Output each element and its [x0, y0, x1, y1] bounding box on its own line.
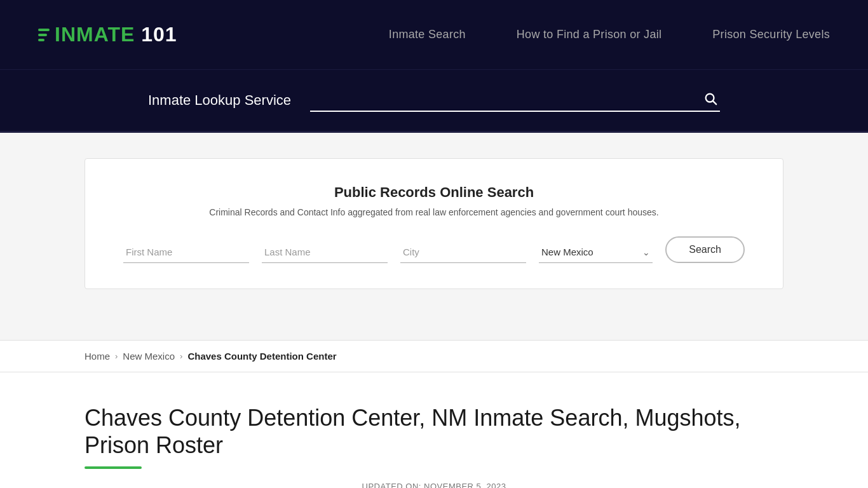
header-search-button[interactable]: [701, 89, 720, 112]
last-name-field: [262, 241, 388, 263]
title-underline: [85, 466, 142, 469]
svg-line-1: [713, 101, 716, 104]
nav-link-find-prison[interactable]: How to Find a Prison or Jail: [517, 28, 662, 41]
logo-bar-2: [38, 34, 47, 36]
city-input[interactable]: [400, 241, 526, 263]
chevron-right-icon-2: ›: [180, 351, 182, 361]
breadcrumb-current: Chaves County Detention Center: [187, 351, 336, 362]
nav-links: Inmate Search How to Find a Prison or Ja…: [389, 28, 830, 41]
main-content: Public Records Online Search Criminal Re…: [0, 133, 868, 340]
records-search-form: AlabamaAlaskaArizonaArkansasCaliforniaCo…: [123, 236, 745, 263]
nav-item-security-levels: Prison Security Levels: [712, 28, 830, 41]
state-select-wrap: AlabamaAlaskaArizonaArkansasCaliforniaCo…: [539, 241, 653, 263]
state-select[interactable]: AlabamaAlaskaArizonaArkansasCaliforniaCo…: [539, 241, 653, 263]
search-section-label: Inmate Lookup Service: [148, 92, 291, 109]
logo-text: INMATE 101: [55, 23, 177, 46]
breadcrumb-state[interactable]: New Mexico: [123, 351, 175, 362]
logo-bar-1: [38, 29, 50, 31]
page-title-wrap: Chaves County Detention Center, NM Inmat…: [85, 404, 783, 488]
city-field: [400, 241, 526, 263]
nav-link-security-levels[interactable]: Prison Security Levels: [712, 28, 830, 41]
logo-bars-icon: [38, 29, 50, 41]
logo-number: 101: [141, 23, 177, 46]
card-title: Public Records Online Search: [123, 184, 745, 201]
page-title-section: Chaves County Detention Center, NM Inmat…: [0, 372, 868, 488]
updated-text: UPDATED ON: NOVEMBER 5, 2023: [85, 482, 783, 488]
breadcrumb: Home › New Mexico › Chaves County Detent…: [85, 351, 783, 362]
search-section: Inmate Lookup Service: [0, 70, 868, 133]
records-search-button[interactable]: Search: [665, 236, 745, 263]
breadcrumb-section: Home › New Mexico › Chaves County Detent…: [0, 340, 868, 372]
chevron-right-icon-1: ›: [115, 351, 118, 361]
logo-link[interactable]: INMATE 101: [38, 23, 177, 46]
public-records-card: Public Records Online Search Criminal Re…: [85, 158, 783, 289]
last-name-input[interactable]: [262, 241, 388, 263]
updated-label: UPDATED ON:: [362, 482, 421, 488]
search-inner: Inmate Lookup Service: [148, 89, 720, 112]
top-navigation: INMATE 101 Inmate Search How to Find a P…: [0, 0, 868, 70]
nav-link-inmate-search[interactable]: Inmate Search: [389, 28, 466, 41]
page-title: Chaves County Detention Center, NM Inmat…: [85, 404, 783, 459]
card-subtitle: Criminal Records and Contact Info aggreg…: [123, 207, 745, 217]
first-name-input[interactable]: [123, 241, 249, 263]
breadcrumb-home[interactable]: Home: [85, 351, 110, 362]
header-search-input[interactable]: [310, 89, 720, 112]
nav-item-find-prison: How to Find a Prison or Jail: [517, 28, 662, 41]
search-icon: [703, 92, 717, 105]
header-search-wrap: [310, 89, 720, 112]
nav-item-inmate-search: Inmate Search: [389, 28, 466, 41]
logo-bar-3: [38, 39, 44, 41]
logo-name: INMATE: [55, 23, 135, 46]
updated-date: NOVEMBER 5, 2023: [424, 482, 506, 488]
first-name-field: [123, 241, 249, 263]
